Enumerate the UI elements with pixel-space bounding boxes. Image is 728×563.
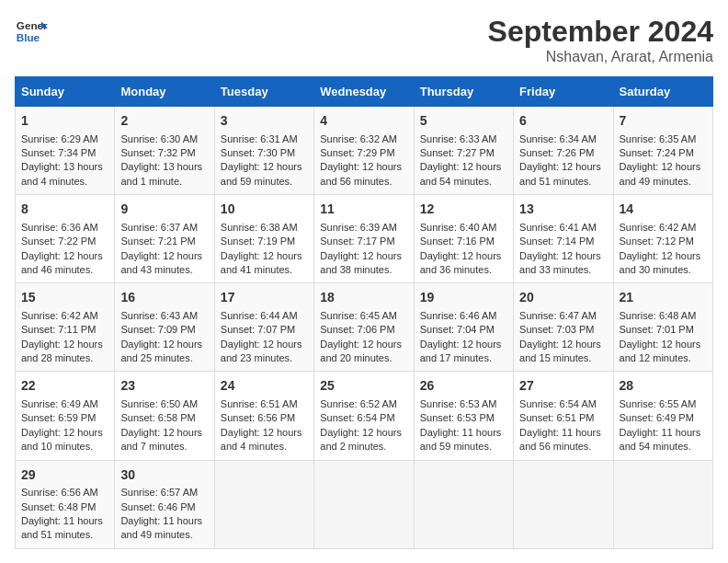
sunset-text: Sunset: 7:12 PM <box>620 235 707 248</box>
calendar-cell: 25Sunrise: 6:52 AMSunset: 6:54 PMDayligh… <box>314 372 414 460</box>
daylight-text: Daylight: 12 hours and 59 minutes. <box>221 160 308 189</box>
calendar-cell: 17Sunrise: 6:44 AMSunset: 7:07 PMDayligh… <box>214 283 313 372</box>
daylight-text: Daylight: 12 hours and 15 minutes. <box>519 338 607 366</box>
sunrise-text: Sunrise: 6:42 AM <box>21 309 108 323</box>
calendar-cell <box>514 460 613 548</box>
calendar-cell: 11Sunrise: 6:39 AMSunset: 7:17 PMDayligh… <box>314 195 414 283</box>
calendar-cell: 7Sunrise: 6:35 AMSunset: 7:24 PMDaylight… <box>613 107 712 195</box>
daylight-text: Daylight: 12 hours and 23 minutes. <box>221 338 308 366</box>
sunrise-text: Sunrise: 6:40 AM <box>420 221 507 235</box>
calendar-cell: 1Sunrise: 6:29 AMSunset: 7:34 PMDaylight… <box>16 107 115 195</box>
day-number: 13 <box>519 201 607 219</box>
sunrise-text: Sunrise: 6:50 AM <box>120 397 208 411</box>
calendar-cell: 9Sunrise: 6:37 AMSunset: 7:21 PMDaylight… <box>115 195 214 283</box>
daylight-text: Daylight: 11 hours and 49 minutes. <box>120 514 208 543</box>
daylight-text: Daylight: 13 hours and 1 minute. <box>120 160 208 189</box>
sunrise-text: Sunrise: 6:53 AM <box>420 397 507 411</box>
sunrise-text: Sunrise: 6:51 AM <box>221 397 308 411</box>
sunset-text: Sunset: 7:22 PM <box>21 235 108 248</box>
day-number: 21 <box>620 289 707 307</box>
sunset-text: Sunset: 7:19 PM <box>221 235 308 248</box>
daylight-text: Daylight: 12 hours and 46 minutes. <box>21 249 108 278</box>
title-block: September 2024 Nshavan, Ararat, Armenia <box>488 15 713 65</box>
day-number: 17 <box>221 289 308 307</box>
sunset-text: Sunset: 7:27 PM <box>420 146 507 160</box>
daylight-text: Daylight: 12 hours and 25 minutes. <box>120 338 208 366</box>
calendar-cell: 28Sunrise: 6:55 AMSunset: 6:49 PMDayligh… <box>613 372 712 460</box>
header-day-monday: Monday <box>115 77 214 107</box>
sunset-text: Sunset: 7:26 PM <box>519 146 607 160</box>
day-number: 30 <box>120 466 208 485</box>
sunset-text: Sunset: 6:46 PM <box>120 500 208 514</box>
day-number: 9 <box>120 201 208 219</box>
header-day-wednesday: Wednesday <box>314 77 414 107</box>
header-day-friday: Friday <box>514 77 613 107</box>
sunrise-text: Sunrise: 6:30 AM <box>120 132 208 146</box>
daylight-text: Daylight: 12 hours and 43 minutes. <box>120 249 208 278</box>
sunrise-text: Sunrise: 6:31 AM <box>221 132 308 146</box>
day-number: 26 <box>420 377 507 396</box>
calendar-cell: 26Sunrise: 6:53 AMSunset: 6:53 PMDayligh… <box>414 372 513 460</box>
calendar-cell: 19Sunrise: 6:46 AMSunset: 7:04 PMDayligh… <box>414 283 513 372</box>
day-number: 8 <box>21 201 108 219</box>
calendar-cell: 15Sunrise: 6:42 AMSunset: 7:11 PMDayligh… <box>16 283 115 372</box>
sunset-text: Sunset: 7:16 PM <box>420 235 507 248</box>
sunrise-text: Sunrise: 6:43 AM <box>120 309 208 323</box>
sunrise-text: Sunrise: 6:54 AM <box>519 397 607 411</box>
daylight-text: Daylight: 12 hours and 12 minutes. <box>620 338 707 366</box>
daylight-text: Daylight: 12 hours and 28 minutes. <box>21 338 108 366</box>
day-number: 25 <box>320 377 407 396</box>
daylight-text: Daylight: 11 hours and 54 minutes. <box>620 426 707 454</box>
daylight-text: Daylight: 12 hours and 54 minutes. <box>420 160 507 189</box>
day-number: 5 <box>420 112 507 131</box>
day-number: 27 <box>519 377 607 396</box>
day-number: 4 <box>320 112 407 131</box>
sunrise-text: Sunrise: 6:39 AM <box>320 221 407 235</box>
calendar-week-row: 29Sunrise: 6:56 AMSunset: 6:48 PMDayligh… <box>16 460 713 548</box>
sunrise-text: Sunrise: 6:34 AM <box>519 132 607 146</box>
sunset-text: Sunset: 7:01 PM <box>620 323 707 337</box>
calendar-cell: 8Sunrise: 6:36 AMSunset: 7:22 PMDaylight… <box>16 195 115 283</box>
page-header: General Blue September 2024 Nshavan, Ara… <box>15 15 713 65</box>
calendar-cell: 10Sunrise: 6:38 AMSunset: 7:19 PMDayligh… <box>214 195 313 283</box>
calendar-cell: 20Sunrise: 6:47 AMSunset: 7:03 PMDayligh… <box>514 283 613 372</box>
sunset-text: Sunset: 7:09 PM <box>120 323 208 337</box>
sunset-text: Sunset: 6:49 PM <box>620 411 707 425</box>
sunrise-text: Sunrise: 6:32 AM <box>320 132 407 146</box>
sunset-text: Sunset: 6:48 PM <box>21 500 108 514</box>
sunrise-text: Sunrise: 6:33 AM <box>420 132 507 146</box>
calendar-cell: 3Sunrise: 6:31 AMSunset: 7:30 PMDaylight… <box>214 107 313 195</box>
calendar-week-row: 8Sunrise: 6:36 AMSunset: 7:22 PMDaylight… <box>16 195 713 283</box>
daylight-text: Daylight: 12 hours and 49 minutes. <box>620 160 707 189</box>
calendar-cell: 21Sunrise: 6:48 AMSunset: 7:01 PMDayligh… <box>613 283 712 372</box>
calendar-cell: 24Sunrise: 6:51 AMSunset: 6:56 PMDayligh… <box>214 372 313 460</box>
sunrise-text: Sunrise: 6:55 AM <box>620 397 707 411</box>
day-number: 20 <box>519 289 607 307</box>
sunset-text: Sunset: 7:03 PM <box>519 323 607 337</box>
calendar-cell: 12Sunrise: 6:40 AMSunset: 7:16 PMDayligh… <box>414 195 513 283</box>
sunset-text: Sunset: 6:56 PM <box>221 411 308 425</box>
day-number: 15 <box>21 289 108 307</box>
sunset-text: Sunset: 7:29 PM <box>320 146 407 160</box>
calendar-cell: 23Sunrise: 6:50 AMSunset: 6:58 PMDayligh… <box>115 372 214 460</box>
sunset-text: Sunset: 6:51 PM <box>519 411 607 425</box>
calendar-cell <box>314 460 414 548</box>
calendar-week-row: 1Sunrise: 6:29 AMSunset: 7:34 PMDaylight… <box>16 107 713 195</box>
calendar-cell <box>214 460 313 548</box>
daylight-text: Daylight: 11 hours and 56 minutes. <box>519 426 607 454</box>
daylight-text: Daylight: 12 hours and 41 minutes. <box>221 249 308 278</box>
calendar-cell <box>414 460 513 548</box>
sunset-text: Sunset: 7:11 PM <box>21 323 108 337</box>
daylight-text: Daylight: 11 hours and 59 minutes. <box>420 426 507 454</box>
daylight-text: Daylight: 11 hours and 51 minutes. <box>21 514 108 543</box>
day-number: 7 <box>620 112 707 131</box>
day-number: 22 <box>21 377 108 396</box>
sunrise-text: Sunrise: 6:52 AM <box>320 397 407 411</box>
daylight-text: Daylight: 12 hours and 10 minutes. <box>21 426 108 454</box>
svg-text:Blue: Blue <box>17 31 40 43</box>
sunrise-text: Sunrise: 6:38 AM <box>221 221 308 235</box>
calendar-cell: 13Sunrise: 6:41 AMSunset: 7:14 PMDayligh… <box>514 195 613 283</box>
calendar-cell: 29Sunrise: 6:56 AMSunset: 6:48 PMDayligh… <box>16 460 115 548</box>
calendar-cell: 27Sunrise: 6:54 AMSunset: 6:51 PMDayligh… <box>514 372 613 460</box>
calendar-cell: 4Sunrise: 6:32 AMSunset: 7:29 PMDaylight… <box>314 107 414 195</box>
